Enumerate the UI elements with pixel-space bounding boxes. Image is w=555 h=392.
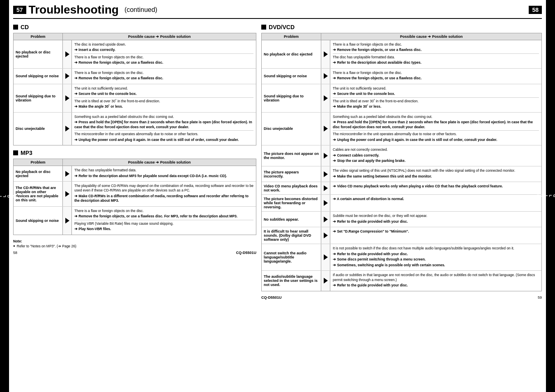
dvd-th-solution: Possible cause ➔ Possible solution <box>321 33 541 40</box>
page-title: Troubleshooting <box>29 3 119 16</box>
cd-arrow-3 <box>63 84 72 112</box>
dvd-solution-2: There is a flaw or foreign objects on th… <box>330 69 541 84</box>
dvd-section-header: DVD/VCD <box>261 24 542 30</box>
table-row: Cannot switch the audio language/subtitl… <box>262 244 541 271</box>
dvd-problem-8: The picture becomes distorted while fast… <box>262 195 321 211</box>
table-row: The CD-R/RWs that are playable on other … <box>14 182 256 207</box>
dvd-problem-9: No subtitles appear. <box>262 212 321 227</box>
cd-solution-3: The unit is not sufficiently secured. ➔ … <box>72 84 256 112</box>
cd-solution-1: The disc is inserted upside down. ➔ Inse… <box>72 40 256 68</box>
page-wrapper: ENGLISH 57 Troubleshooting (continued) 5… <box>0 0 555 392</box>
mp3-table: Problem Possible cause ➔ Possible soluti… <box>13 159 256 235</box>
table-row: Disc unejectable Something such as a pee… <box>262 113 541 145</box>
dvd-arrow-8 <box>321 195 330 211</box>
dvd-problem-4: Disc unejectable <box>262 113 321 145</box>
dvd-arrow-3 <box>321 84 330 112</box>
bottom-model-right: CQ-D5501U <box>261 295 282 300</box>
dvd-table: Problem Possible cause ➔ Possible soluti… <box>261 33 542 291</box>
bottom-page-num-right: 59 <box>538 295 542 300</box>
dvd-arrow-5 <box>321 145 330 166</box>
dvd-problem-5: The picture does not appear on the monit… <box>262 145 321 166</box>
mp3-section-header: MP3 <box>13 150 256 156</box>
bottom-page-num-right-wrap: 59 <box>538 295 542 300</box>
dvd-solution-6: The video signal setting of this unit (N… <box>330 166 541 182</box>
mp3-solution-3: There is a flaw or foreign objects on th… <box>72 207 256 235</box>
main-content: 57 Troubleshooting (continued) 58 CD <box>9 0 546 392</box>
dvd-solution-3: The unit is not sufficiently secured. ➔ … <box>330 84 541 112</box>
dvd-arrow-12 <box>321 271 330 291</box>
table-row: The picture does not appear on the monit… <box>262 145 541 166</box>
mp3-problem-2: The CD-R/RWs that are playable on other … <box>14 182 63 206</box>
dvd-solution-4: Something such as a peeled label obstruc… <box>330 113 541 145</box>
cd-table-header: Problem Possible cause ➔ Possible soluti… <box>14 33 256 40</box>
table-row: Sound skipping due to vibration The unit… <box>262 84 541 113</box>
cd-problem-3: Sound skipping due to vibration <box>14 84 63 112</box>
dvd-problem-3: Sound skipping due to vibration <box>262 84 321 112</box>
note-item: Refer to "Notes on MP3". (➔ Page 26) <box>13 244 256 248</box>
cd-th-problem: Problem <box>14 33 63 40</box>
right-side-tab: ENGLISH <box>546 0 555 392</box>
left-column: CD Problem Possible cause ➔ Possible sol… <box>13 22 256 388</box>
bottom-left-num: 58 <box>13 251 17 255</box>
cd-section-icon <box>13 25 18 30</box>
table-row: The picture becomes distorted while fast… <box>262 195 541 212</box>
two-column-layout: CD Problem Possible cause ➔ Possible sol… <box>13 22 542 388</box>
dvd-solution-11: It is not possible to switch if the disc… <box>330 244 541 270</box>
dvd-arrow-7 <box>321 182 330 194</box>
dvd-problem-10: It is difficult to hear small sounds. (D… <box>262 227 321 244</box>
dvd-problem-2: Sound skipping or noise <box>262 69 321 84</box>
mp3-th-solution: Possible cause ➔ Possible solution <box>63 159 256 166</box>
mp3-arrow-1 <box>63 166 72 181</box>
cd-arrow-2 <box>63 69 72 84</box>
dvd-solution-8: ➔ A certain amount of distortion is norm… <box>330 195 541 211</box>
page-num-right-top: 58 <box>529 6 542 14</box>
model-label-right: CQ-D5501U <box>261 295 282 300</box>
mp3-table-header: Problem Possible cause ➔ Possible soluti… <box>14 159 256 166</box>
cd-problem-2: Sound skipping or noise <box>14 69 63 84</box>
table-row: No playback or disc ejected The disc is … <box>14 40 256 69</box>
left-side-tab: ENGLISH <box>0 0 9 392</box>
dvd-arrow-6 <box>321 166 330 182</box>
cd-solution-2: There is a flaw or foreign objects on th… <box>72 69 256 84</box>
note-section: Note: Refer to "Notes on MP3". (➔ Page 2… <box>13 239 256 248</box>
note-title: Note: <box>13 239 22 243</box>
cd-arrow-1 <box>63 40 72 68</box>
mp3-problem-3: Sound skipping or noise <box>14 207 63 235</box>
cd-table: Problem Possible cause ➔ Possible soluti… <box>13 33 256 145</box>
table-row: Video CD menu playback does not work. ➔ … <box>262 182 541 195</box>
table-row: It is difficult to hear small sounds. (D… <box>262 227 541 244</box>
cd-problem-4: Disc unejectable <box>14 113 63 145</box>
dvd-section-icon <box>261 25 266 30</box>
dvd-solution-10: ➔ Set "D.Range Compression" to "Minimum"… <box>330 227 541 244</box>
mp3-th-problem: Problem <box>14 159 63 166</box>
cd-th-solution: Possible cause ➔ Possible solution <box>63 33 256 40</box>
dvd-arrow-1 <box>321 40 330 68</box>
mp3-arrow-3 <box>63 207 72 235</box>
dvd-th-problem: Problem <box>262 33 321 40</box>
dvd-solution-12: If audio or subtitles in that language a… <box>330 271 541 291</box>
page-header: 57 Troubleshooting (continued) 58 <box>13 3 542 19</box>
dvd-solution-1: There is a flaw or foreign objects on th… <box>330 40 541 68</box>
table-row: Disc unejectable Something such as a pee… <box>14 113 256 145</box>
mp3-solution-2: The playability of some CD-R/RWs may dep… <box>72 182 256 206</box>
dvd-section-title: DVD/VCD <box>269 24 295 30</box>
dvd-problem-6: The picture appears incorrectly. <box>262 166 321 182</box>
mp3-problem-1: No playback or disc ejected <box>14 166 63 181</box>
table-row: Sound skipping or noise There is a flaw … <box>14 207 256 235</box>
dvd-solution-5: Cables are not correctly connected. ➔ Co… <box>330 145 541 166</box>
cd-problem-1: No playback or disc ejected <box>14 40 63 68</box>
cd-section-header: CD <box>13 24 256 30</box>
table-row: No subtitles appear. Subtitle must be re… <box>262 212 541 227</box>
bottom-page-bar-left: 58 CQ-D5501U <box>13 251 256 255</box>
bottom-page-bar-right: CQ-D5501U 59 <box>261 295 542 300</box>
dvd-solution-7: ➔ Video CD menu playback works only when… <box>330 182 541 194</box>
table-row: Sound skipping due to vibration The unit… <box>14 84 256 113</box>
dvd-arrow-4 <box>321 113 330 145</box>
dvd-problem-11: Cannot switch the audio language/subtitl… <box>262 244 321 270</box>
table-row: Sound skipping or noise There is a flaw … <box>14 69 256 84</box>
dvd-solution-9: Subtitle must be recorded on the disc, o… <box>330 212 541 227</box>
page-num-left-top: 57 <box>13 6 26 14</box>
table-row: Sound skipping or noise There is a flaw … <box>262 69 541 84</box>
dvd-problem-7: Video CD menu playback does not work. <box>262 182 321 194</box>
table-row: No playback or disc ejected The disc has… <box>14 166 256 182</box>
